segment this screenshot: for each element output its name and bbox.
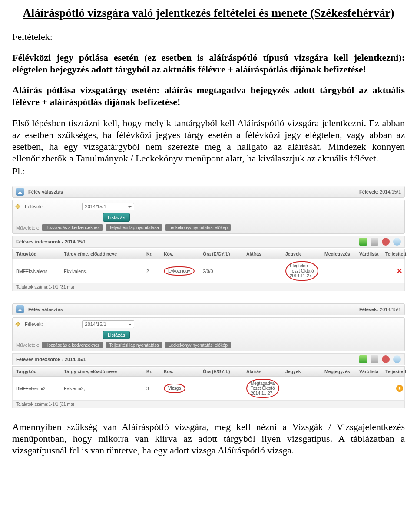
th-telj: Teljesített [385,369,414,374]
list-button[interactable]: Listázás [103,331,130,339]
ops-label: Műveletek: [16,342,39,348]
search-icon[interactable] [393,355,401,363]
conditions-label: Feltételek: [12,31,405,43]
op-favorite[interactable]: Hozzáadás a kedvencekhez [42,224,103,231]
th-meg: Megjegyzés [324,251,359,256]
collapse-icon[interactable] [16,305,24,313]
th-code: Tárgykód [16,251,64,256]
export-xls-icon[interactable] [359,355,367,363]
th-alairas: Aláírás [246,369,285,374]
th-varo: Várólista [359,369,385,374]
section-heading: Féléves indexsorok - 2014/15/1 [16,239,86,244]
semesters-value: 2014/15/1 [380,189,401,194]
ops-label: Műveletek: [16,225,39,230]
op-favorite[interactable]: Hozzáadás a kedvencekhez [42,342,103,348]
th-code: Tárgykód [16,369,64,374]
cell-title: Felvenni2, [64,386,146,391]
th-jegyek: Jegyek [285,369,324,374]
th-alairas: Aláírás [246,251,285,256]
semester-select[interactable]: 2014/15/1 [82,320,134,328]
semesters-label: Félévek: [359,189,380,194]
condition-2: Aláírás pótlása vizsgatárgy esetén: aláí… [12,85,405,108]
table-header: Tárgykód Tárgy címe, előadó neve Kr. Köv… [12,249,405,259]
fail-icon: ✕ [385,267,414,275]
pin-icon[interactable] [382,355,390,363]
th-varo: Várólista [359,251,385,256]
cell-title: Ekvivalens, [64,269,146,274]
table-header: Tárgykód Tárgy címe, előadó neve Kr. Köv… [12,366,405,377]
circled-kov: Évközi jegy [164,266,195,276]
diamond-icon [15,322,20,326]
op-print-sheet[interactable]: Teljesítési lap nyomtatása [106,342,162,348]
list-button[interactable]: Listázás [103,213,130,222]
cell-kr: 2 [146,269,164,274]
circled-kov: Vizsga [164,384,185,393]
cell-code: BMFFelvenni2 [16,386,64,391]
panel-title: Félév választás [28,307,63,312]
diamond-icon [15,204,20,209]
th-kr: Kr. [146,251,164,256]
pin-icon[interactable] [382,238,390,246]
felevek-label: Félévek: [25,204,43,209]
screenshot-2: Félév választás Félévek: 2014/15/1 Félév… [12,303,405,409]
example-label: Pl.: [12,166,405,177]
section-heading: Féléves indexsorok - 2014/15/1 [16,357,86,362]
op-print-sheet[interactable]: Teljesítési lap nyomtatása [106,224,162,231]
semesters-label: Félévek: [359,307,380,312]
th-kov: Köv. [164,369,203,374]
th-title: Tárgy címe, előadó neve [64,251,146,256]
export-xls-icon[interactable] [359,238,367,246]
th-title: Tárgy címe, előadó neve [64,369,146,374]
intro-paragraph: Első lépésben tisztázni kell, hogy melyi… [12,118,405,164]
table-footer: Találatok száma:1-1/1 (31 ms) [12,401,405,408]
cell-ora: 2/0/0 [203,269,246,274]
print-icon[interactable] [371,355,378,363]
closing-paragraph: Amennyiben szükség van Aláíráspótló vizs… [12,421,405,456]
collapse-icon[interactable] [16,188,24,196]
table-footer: Találatok száma:1-1/1 (31 ms) [12,283,405,291]
condition-1: Félévközi jegy pótlása esetén (ez esetbe… [12,52,405,76]
screenshot-1: Félév választás Félévek: 2014/15/1 Félév… [12,186,405,291]
th-meg: Megjegyzés [324,369,359,374]
circled-jegyek: Elégtelen Teszt Oktató 2014.11.27. [285,261,318,281]
panel-title: Félév választás [28,189,63,194]
op-print-book[interactable]: Leckekönyv nyomtatási előkép [165,224,231,231]
th-kov: Köv. [164,251,203,256]
cell-code: BMFEkvivalens [16,269,64,274]
th-ora: Óra (E/GY/L) [203,369,246,374]
felevek-label: Félévek: [25,322,43,327]
op-print-book[interactable]: Leckekönyv nyomtatási előkép [165,342,231,348]
warn-icon: ! [396,385,403,392]
th-telj: Teljesített [385,251,414,256]
page-title: Aláíráspótló vizsgára való jelentkezés f… [12,6,405,21]
table-row: BMFFelvenni2 Felvenni2, 3 Vizsga Megtaga… [12,377,405,401]
search-icon[interactable] [393,238,401,246]
th-jegyek: Jegyek [285,251,324,256]
th-ora: Óra (E/GY/L) [203,251,246,256]
semester-select[interactable]: 2014/15/1 [82,203,134,210]
semesters-value: 2014/15/1 [380,307,401,312]
circled-alairas: Megtagadva Teszt Oktató 2014.11.27. [246,379,279,398]
cell-kr: 3 [146,386,164,391]
print-icon[interactable] [371,238,378,246]
table-row: BMFEkvivalens Ekvivalens, 2 Évközi jegy … [12,259,405,283]
th-kr: Kr. [146,369,164,374]
